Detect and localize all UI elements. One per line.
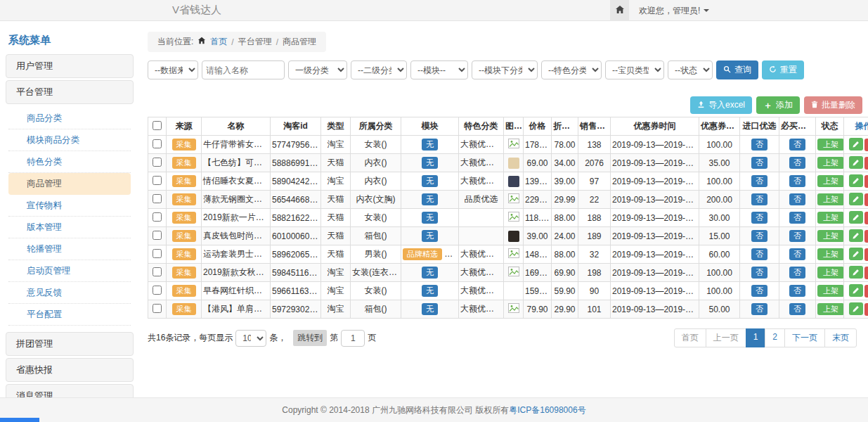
jump-page-input[interactable] xyxy=(341,330,365,347)
row-checkbox[interactable] xyxy=(153,194,162,203)
bulk-delete-button[interactable]: 批量删除 xyxy=(804,96,862,114)
per-page-select[interactable]: 10 xyxy=(235,330,266,347)
status-toggle[interactable]: 上架 xyxy=(817,157,844,170)
delete-button[interactable] xyxy=(864,139,868,151)
delete-button[interactable] xyxy=(864,248,868,261)
select-all-checkbox[interactable] xyxy=(153,121,162,130)
row-checkbox[interactable] xyxy=(153,176,162,185)
delete-button[interactable] xyxy=(864,212,868,224)
edit-button[interactable] xyxy=(849,138,863,151)
row-checkbox[interactable] xyxy=(153,231,162,240)
row-checkbox[interactable] xyxy=(153,212,162,222)
status-select[interactable]: --状态-- xyxy=(668,60,713,79)
import-select-toggle[interactable]: 否 xyxy=(751,230,767,243)
level1-category-select[interactable]: 一级分类 xyxy=(288,60,347,79)
must-buy-toggle[interactable]: 否 xyxy=(789,193,805,206)
import-excel-button[interactable]: 导入excel xyxy=(690,96,752,114)
sidebar-subitem-goods-category[interactable]: 商品分类 xyxy=(8,108,131,129)
prev-page-button[interactable]: 上一页 xyxy=(706,328,746,347)
feature-category-select[interactable]: --特色分类-- xyxy=(541,60,602,79)
page-button-1[interactable]: 1 xyxy=(746,328,766,347)
sidebar-item-platform-mgmt[interactable]: 平台管理 xyxy=(6,80,134,104)
sidebar-item-saving-news[interactable]: 省惠快报 xyxy=(6,358,134,382)
icp-link[interactable]: 粤ICP备16098006号 xyxy=(509,404,585,416)
delete-button[interactable] xyxy=(864,230,868,243)
edit-button[interactable] xyxy=(849,211,863,224)
must-buy-toggle[interactable]: 否 xyxy=(789,157,805,170)
edit-button[interactable] xyxy=(849,193,863,205)
import-select-toggle[interactable]: 否 xyxy=(751,212,767,224)
row-checkbox[interactable] xyxy=(153,139,162,148)
delete-button[interactable] xyxy=(864,157,868,170)
add-button[interactable]: ＋ 添加 xyxy=(756,96,800,114)
sidebar-subitem-feature-category[interactable]: 特色分类 xyxy=(8,151,131,173)
search-button[interactable]: 查询 xyxy=(716,60,758,79)
page-button-2[interactable]: 2 xyxy=(765,328,785,347)
edit-button[interactable] xyxy=(849,174,863,187)
user-menu[interactable]: 欢迎您，管理员! xyxy=(639,5,709,17)
sidebar-subitem-module-goods-category[interactable]: 模块商品分类 xyxy=(8,129,131,151)
sidebar-subitem-carousel-mgmt[interactable]: 轮播管理 xyxy=(8,238,131,260)
import-select-toggle[interactable]: 否 xyxy=(751,303,767,316)
delete-button[interactable] xyxy=(864,193,868,206)
home-button[interactable] xyxy=(610,0,629,21)
status-toggle[interactable]: 上架 xyxy=(817,175,844,188)
sidebar-item-user-mgmt[interactable]: 用户管理 xyxy=(6,54,134,78)
status-toggle[interactable]: 上架 xyxy=(817,193,844,206)
next-page-button[interactable]: 下一页 xyxy=(784,328,825,347)
import-select-toggle[interactable]: 否 xyxy=(751,285,767,298)
must-buy-toggle[interactable]: 否 xyxy=(789,139,805,151)
must-buy-toggle[interactable]: 否 xyxy=(789,230,805,243)
status-toggle[interactable]: 上架 xyxy=(817,212,844,224)
sidebar-subitem-goods-mgmt[interactable]: 商品管理 xyxy=(8,173,131,195)
sidebar-subitem-feedback[interactable]: 意见反馈 xyxy=(8,282,131,304)
edit-button[interactable] xyxy=(849,229,863,242)
level2-category-select[interactable]: --二级分类-- xyxy=(351,60,407,79)
delete-button[interactable] xyxy=(864,303,868,316)
last-page-button[interactable]: 末页 xyxy=(824,328,857,347)
sidebar-subitem-platform-config[interactable]: 平台配置 xyxy=(8,304,131,326)
sidebar-subitem-version-mgmt[interactable]: 版本管理 xyxy=(8,217,131,238)
row-checkbox[interactable] xyxy=(153,249,162,258)
must-buy-toggle[interactable]: 否 xyxy=(789,248,805,261)
status-toggle[interactable]: 上架 xyxy=(817,139,844,151)
import-select-toggle[interactable]: 否 xyxy=(751,248,767,261)
must-buy-toggle[interactable]: 否 xyxy=(789,175,805,188)
breadcrumb-home-link[interactable]: 首页 xyxy=(210,36,227,48)
item-type-select[interactable]: --宝贝类型-- xyxy=(605,60,664,79)
import-select-toggle[interactable]: 否 xyxy=(751,175,767,188)
edit-button[interactable] xyxy=(849,156,863,169)
first-page-button[interactable]: 首页 xyxy=(674,328,706,347)
import-select-toggle[interactable]: 否 xyxy=(751,157,767,170)
must-buy-toggle[interactable]: 否 xyxy=(789,285,805,298)
import-select-toggle[interactable]: 否 xyxy=(751,267,767,279)
module-select[interactable]: --模块-- xyxy=(410,60,468,79)
must-buy-toggle[interactable]: 否 xyxy=(789,212,805,224)
status-toggle[interactable]: 上架 xyxy=(817,248,844,261)
delete-button[interactable] xyxy=(864,175,868,188)
status-toggle[interactable]: 上架 xyxy=(817,303,844,316)
status-toggle[interactable]: 上架 xyxy=(817,230,844,243)
import-select-toggle[interactable]: 否 xyxy=(751,139,767,151)
delete-button[interactable] xyxy=(864,285,868,298)
sidebar-subitem-promo-materials[interactable]: 宣传物料 xyxy=(8,195,131,217)
must-buy-toggle[interactable]: 否 xyxy=(789,303,805,316)
edit-button[interactable] xyxy=(849,302,863,315)
edit-button[interactable] xyxy=(849,284,863,297)
module-subcategory-select[interactable]: --模块下分类-- xyxy=(472,60,538,79)
reset-button[interactable]: 重置 xyxy=(762,60,804,79)
import-select-toggle[interactable]: 否 xyxy=(751,193,767,206)
row-checkbox[interactable] xyxy=(153,286,162,295)
edit-button[interactable] xyxy=(849,248,863,260)
jump-to-button[interactable]: 跳转到 xyxy=(293,330,327,346)
must-buy-toggle[interactable]: 否 xyxy=(789,267,805,279)
edit-button[interactable] xyxy=(849,266,863,279)
sidebar-item-groupbuy-mgmt[interactable]: 拼团管理 xyxy=(6,332,134,356)
row-checkbox[interactable] xyxy=(153,267,162,276)
sidebar-subitem-splash-mgmt[interactable]: 启动页管理 xyxy=(8,260,131,282)
row-checkbox[interactable] xyxy=(153,304,162,313)
row-checkbox[interactable] xyxy=(153,158,162,167)
status-toggle[interactable]: 上架 xyxy=(817,267,844,279)
name-search-input[interactable] xyxy=(202,60,285,79)
delete-button[interactable] xyxy=(864,267,868,279)
